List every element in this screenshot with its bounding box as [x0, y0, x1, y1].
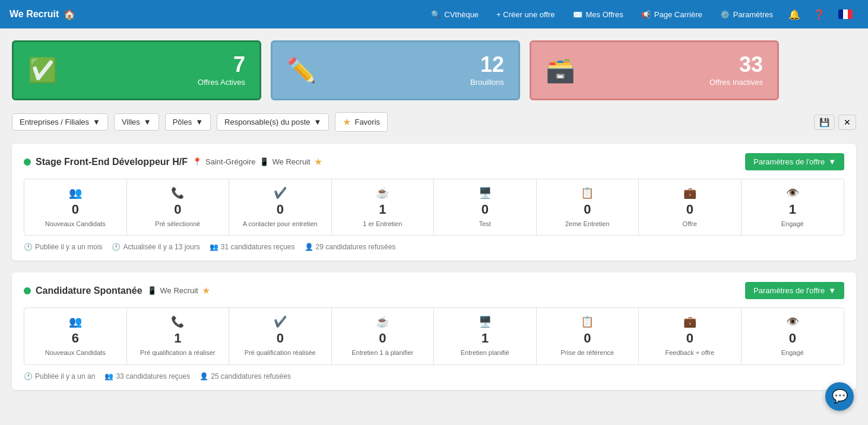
- job-card-1-header: Stage Front-End Développeur H/F 📍 Saint-…: [24, 153, 844, 170]
- nav-mes-offres[interactable]: ✉️ Mes Offres: [565, 5, 632, 24]
- footer-refused-1: 👤 29 candidatures refusées: [305, 243, 396, 251]
- briefcase-icon-1: 💼: [683, 186, 696, 199]
- people-icon-1: 👥: [69, 186, 82, 199]
- stat-pre-qual-realiser[interactable]: 📞 1 Pré qualification à réaliser: [127, 308, 230, 364]
- favorite-star-2[interactable]: ★: [202, 285, 210, 296]
- favoris-label: Favoris: [354, 118, 380, 126]
- question-icon: ❓: [813, 9, 825, 20]
- navbar: We Recruit 🏠 🔍 CVthèque + Créer une offr…: [0, 0, 868, 28]
- stat-card-actives[interactable]: ✅ 7 Offres Actives: [12, 40, 261, 100]
- stat-pre-qual-realisee[interactable]: ✔️ 0 Pré qualification réalisée: [229, 308, 332, 364]
- brand[interactable]: We Recruit 🏠: [9, 9, 75, 20]
- language-btn[interactable]: [832, 5, 859, 24]
- job-footer-2: 🕐 Publiée il y a un an 👥 33 candidatures…: [24, 372, 844, 380]
- phone-icon-1: 📱: [259, 157, 269, 166]
- help-btn[interactable]: ❓: [807, 4, 831, 25]
- footer-refused-2: 👤 25 candidatures refusées: [199, 372, 291, 380]
- filter-responsable[interactable]: Responsable(s) du poste ▼: [217, 113, 329, 131]
- monitor-icon-1: 🖥️: [479, 186, 492, 199]
- eye-icon-1: 👁️: [786, 186, 799, 199]
- check-icon-2: ✔️: [274, 315, 287, 328]
- coffee-icon-2: ☕: [376, 315, 389, 328]
- stat-pre-selectionne-1[interactable]: 📞 0 Pré sélectionné: [127, 179, 230, 235]
- chat-icon: 💬: [832, 389, 848, 404]
- filters: Entreprises / Filiales ▼ Villes ▼ Pôles …: [12, 112, 856, 132]
- eye-icon-2: 👁️: [786, 315, 799, 328]
- clock-icon-updated-1: 🕐: [112, 243, 121, 251]
- job-stats-row-2: 👥 6 Nouveaux Candidats 📞 1 Pré qualifica…: [24, 307, 844, 364]
- stat-test-1[interactable]: 🖥️ 0 Test: [434, 179, 537, 235]
- job-title-area-2: Candidature Spontanée 📱 We Recruit ★: [24, 285, 210, 296]
- main-content: ✅ 7 Offres Actives ✏️ 12 Brouillons 🗃️ 3…: [0, 28, 868, 414]
- footer-published-1: 🕐 Publiée il y a un mois: [24, 243, 102, 251]
- stat-card-right-2: 12 Brouillons: [470, 54, 504, 87]
- stat-feedback-offre[interactable]: 💼 0 Feedback + offre: [639, 308, 742, 364]
- job-title-1: Stage Front-End Développeur H/F: [36, 157, 188, 167]
- job-title-2: Candidature Spontanée: [36, 286, 142, 296]
- nav-parametres[interactable]: ⚙️ Paramètres: [712, 5, 781, 24]
- chevron-down-icon-3: ▼: [195, 118, 203, 126]
- stat-card-inactives[interactable]: 🗃️ 33 Offres Inactives: [530, 40, 779, 100]
- stat-premier-entretien-1[interactable]: ☕ 1 1 er Entretien: [332, 179, 435, 235]
- people-refused-icon-2: 👤: [199, 372, 208, 380]
- filter-responsable-label: Responsable(s) du poste: [224, 118, 311, 126]
- stat-card-brouillons[interactable]: ✏️ 12 Brouillons: [271, 40, 520, 100]
- flag-icon: [838, 9, 853, 19]
- megaphone-icon: 📢: [641, 10, 651, 19]
- star-icon: ★: [343, 116, 351, 128]
- phone-icon-stat-1: 📞: [171, 186, 184, 199]
- gear-icon: ⚙️: [720, 10, 730, 19]
- filter-favoris[interactable]: ★ Favoris: [335, 112, 388, 132]
- footer-published-2: 🕐 Publiée il y a un an: [24, 372, 95, 380]
- params-btn-1[interactable]: Paramètres de l'offre ▼: [745, 153, 844, 170]
- stat-engage-1[interactable]: 👁️ 1 Engagé: [742, 179, 844, 235]
- stat-nouveaux-candidats-1[interactable]: 👥 0 Nouveaux Candidats: [24, 179, 127, 235]
- pencil-icon: ✏️: [287, 56, 316, 84]
- brouillons-label: Brouillons: [470, 78, 504, 87]
- nav-page-carriere[interactable]: 📢 Page Carrière: [633, 5, 711, 24]
- filter-villes[interactable]: Villes ▼: [114, 113, 159, 131]
- filter-poles[interactable]: Pôles ▼: [165, 113, 211, 131]
- clipboard-icon-2: 📋: [581, 315, 594, 328]
- stat-a-contacter-1[interactable]: ✔️ 0 A contacter pour entretien: [229, 179, 332, 235]
- job-card-2: Candidature Spontanée 📱 We Recruit ★ Par…: [12, 272, 856, 389]
- monitor-icon-2: 🖥️: [479, 315, 492, 328]
- stat-nouveaux-candidats-2[interactable]: 👥 6 Nouveaux Candidats: [24, 308, 127, 364]
- job-card-2-header: Candidature Spontanée 📱 We Recruit ★ Par…: [24, 282, 844, 299]
- job-company-2: We Recruit: [160, 286, 198, 295]
- clipboard-icon-1: 📋: [581, 186, 594, 199]
- stat-entretien-planifie[interactable]: 🖥️ 1 Entretien planifié: [434, 308, 537, 364]
- stat-offre-1[interactable]: 💼 0 Offre: [639, 179, 742, 235]
- phone-icon-2: 📱: [147, 286, 157, 295]
- filter-entreprises[interactable]: Entreprises / Filiales ▼: [12, 113, 108, 131]
- people-received-icon-1: 👥: [210, 243, 218, 251]
- stat-entretien-planifier[interactable]: ☕ 0 Entretien 1 à planifier: [332, 308, 435, 364]
- nav-creer-offre[interactable]: + Créer une offre: [488, 5, 563, 24]
- search-icon: 🔍: [431, 10, 441, 19]
- people-icon-2: 👥: [69, 315, 82, 328]
- briefcase-icon-2: 💼: [683, 315, 696, 328]
- filter-villes-label: Villes: [122, 118, 140, 126]
- chevron-down-icon-4: ▼: [314, 118, 322, 126]
- clock-icon-2: 🕐: [24, 372, 33, 380]
- job-title-area-1: Stage Front-End Développeur H/F 📍 Saint-…: [24, 156, 322, 167]
- nav-items: 🔍 CVthèque + Créer une offre ✉️ Mes Offr…: [423, 4, 859, 25]
- stat-prise-reference[interactable]: 📋 0 Prise de référence: [537, 308, 639, 364]
- footer-updated-1: 🕐 Actualisée il y a 13 jours: [112, 243, 199, 251]
- clock-icon-1: 🕐: [24, 243, 33, 251]
- people-refused-icon-1: 👤: [305, 243, 313, 251]
- nav-cvtheque[interactable]: 🔍 CVthèque: [423, 5, 487, 24]
- stat-engage-2[interactable]: 👁️ 0 Engagé: [742, 308, 844, 364]
- save-filter-btn[interactable]: 💾: [814, 115, 835, 130]
- job-stats-row-1: 👥 0 Nouveaux Candidats 📞 0 Pré sélection…: [24, 179, 844, 236]
- stat-deuxieme-entretien-1[interactable]: 📋 0 2eme Entretien: [537, 179, 639, 235]
- chat-button[interactable]: 💬: [825, 382, 854, 411]
- job-meta-2: 📱 We Recruit ★: [147, 285, 210, 296]
- coffee-icon-1: ☕: [376, 186, 389, 199]
- actives-label: Offres Actives: [198, 78, 245, 87]
- chevron-down-icon-2: ▼: [144, 118, 151, 126]
- favorite-star-1[interactable]: ★: [314, 156, 322, 167]
- notification-btn[interactable]: 🔔: [783, 4, 806, 25]
- clear-filter-btn[interactable]: ✕: [838, 115, 856, 130]
- params-btn-2[interactable]: Paramètres de l'offre ▼: [745, 282, 844, 299]
